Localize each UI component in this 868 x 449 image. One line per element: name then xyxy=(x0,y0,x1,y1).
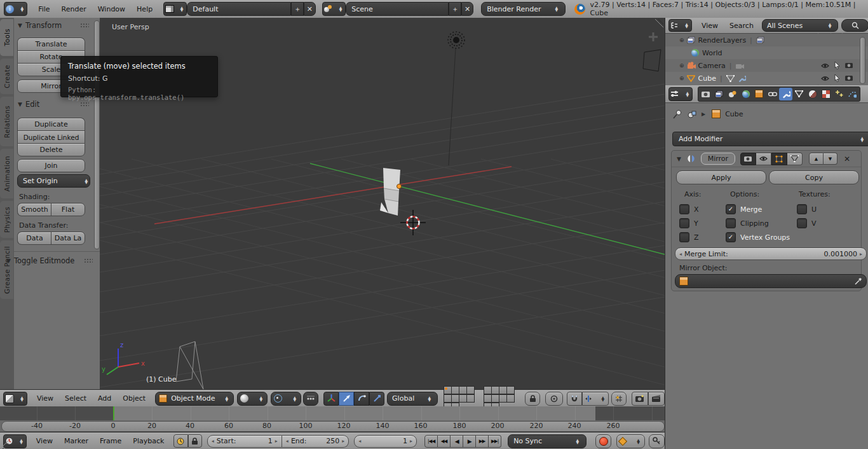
panel-drag-handle[interactable] xyxy=(81,102,89,107)
duplicate-button[interactable]: Duplicate xyxy=(17,118,85,130)
camera-data-icon[interactable] xyxy=(735,61,744,70)
menu-search[interactable]: Search xyxy=(724,22,759,30)
outliner-row-camera[interactable]: ⊕ Camera | xyxy=(665,59,868,72)
increment-arrow-icon[interactable]: ▸ xyxy=(275,438,278,444)
properties-tab-object[interactable] xyxy=(752,88,766,100)
menu-frame[interactable]: Frame xyxy=(94,437,127,445)
shelf-tab-grease-pencil[interactable]: Grease Pencil xyxy=(0,240,13,299)
properties-tab-object-data[interactable] xyxy=(792,88,806,100)
delete-screen-layout-button[interactable]: ✕ xyxy=(304,2,316,16)
outliner-row-world[interactable]: World xyxy=(665,46,868,59)
checkbox-merge[interactable]: Merge xyxy=(726,204,762,214)
menu-help[interactable]: Help xyxy=(131,5,158,13)
renderlayer-data-icon[interactable] xyxy=(756,36,765,45)
pivot-point-select[interactable] xyxy=(271,392,301,406)
decrement-arrow-icon[interactable]: ◂ xyxy=(679,251,682,257)
snap-element-select[interactable] xyxy=(582,392,609,406)
menu-playback[interactable]: Playback xyxy=(127,437,170,445)
next-keyframe-button[interactable]: ▶▶ xyxy=(476,435,489,448)
rotate-manipulator-toggle[interactable] xyxy=(354,392,369,406)
screen-layout-name-field[interactable]: Default xyxy=(187,2,291,16)
visibility-eye-icon[interactable] xyxy=(820,61,829,70)
play-button[interactable]: ▶ xyxy=(463,435,476,448)
prev-keyframe-button[interactable]: ◀◀ xyxy=(438,435,451,448)
menu-file[interactable]: File xyxy=(32,5,55,13)
pivot-align-toggle[interactable] xyxy=(303,392,318,406)
snap-toggle[interactable] xyxy=(567,392,582,406)
selectability-cursor-icon[interactable] xyxy=(832,61,841,70)
tool-shelf-scrollbar[interactable] xyxy=(94,20,100,249)
shelf-tab-create[interactable]: Create xyxy=(0,59,13,94)
eyedropper-icon[interactable] xyxy=(854,277,862,286)
properties-tab-material[interactable] xyxy=(806,88,819,100)
jump-to-end-button[interactable]: ▶▶| xyxy=(489,435,501,448)
layer-cell[interactable] xyxy=(466,394,475,403)
copy-modifier-button[interactable]: Copy xyxy=(769,170,859,184)
menu-select[interactable]: Select xyxy=(59,394,92,403)
shelf-tab-tools[interactable]: Tools xyxy=(0,19,13,56)
delete-button[interactable]: Delete xyxy=(17,143,85,156)
editor-type-properties-button[interactable] xyxy=(668,87,693,101)
data-transfer-layout-button[interactable]: Data La xyxy=(51,231,85,245)
use-preview-range-toggle[interactable] xyxy=(173,434,187,448)
checkbox-box[interactable] xyxy=(679,218,689,228)
shelf-tab-relations[interactable]: Relations xyxy=(0,97,13,146)
layer-cell[interactable] xyxy=(506,394,515,403)
menu-marker[interactable]: Marker xyxy=(58,437,94,445)
modifier-name-field[interactable]: Mirror xyxy=(701,153,735,165)
play-reverse-button[interactable]: ◀ xyxy=(451,435,463,448)
modifier-realtime-toggle[interactable] xyxy=(756,153,771,165)
properties-tab-world[interactable] xyxy=(739,88,752,100)
decrement-arrow-icon[interactable]: ◂ xyxy=(286,438,288,444)
auto-keyframe-record-button[interactable] xyxy=(595,434,611,448)
menu-render[interactable]: Render xyxy=(56,5,92,13)
outliner-item-label[interactable]: Camera xyxy=(698,62,726,70)
duplicate-linked-button[interactable]: Duplicate Linked xyxy=(17,130,85,143)
expand-icon[interactable]: ⊕ xyxy=(679,62,684,69)
add-screen-layout-button[interactable]: ＋ xyxy=(291,2,304,16)
lock-to-scene-toggle[interactable] xyxy=(525,392,540,406)
decrement-arrow-icon[interactable]: ◂ xyxy=(358,438,361,444)
layer-cell[interactable] xyxy=(506,386,515,394)
properties-tab-constraints[interactable] xyxy=(766,88,779,100)
modifier-wrench-icon[interactable] xyxy=(738,74,747,83)
timeline-scrub-area[interactable] xyxy=(0,406,665,420)
outliner-item-label[interactable]: World xyxy=(702,49,722,57)
manipulator-toggle[interactable] xyxy=(323,392,339,406)
editor-type-outliner-button[interactable] xyxy=(668,19,692,32)
merge-limit-field[interactable]: ◂ Merge Limit: 0.001000 ▸ xyxy=(675,247,867,260)
transform-orientation-select[interactable]: Global xyxy=(387,392,438,406)
menu-view[interactable]: View xyxy=(31,394,59,403)
display-filter-select[interactable]: All Scenes xyxy=(762,19,839,32)
expand-icon[interactable]: ⊕ xyxy=(679,37,684,43)
increment-arrow-icon[interactable]: ▸ xyxy=(860,251,862,257)
timeline-h-scrollbar[interactable] xyxy=(1,421,665,432)
opengl-render-button[interactable] xyxy=(632,392,648,406)
transform-panel-header[interactable]: ▼ Transform xyxy=(18,20,92,31)
outliner-scrollbar[interactable] xyxy=(860,37,865,84)
renderability-camera-icon[interactable] xyxy=(844,74,853,83)
outliner-item-label[interactable]: Cube xyxy=(698,74,716,83)
outliner-row-renderlayers[interactable]: ⊕ RenderLayers | xyxy=(665,34,868,46)
checkbox-box[interactable] xyxy=(797,204,807,214)
keying-set-select[interactable] xyxy=(616,434,645,448)
screen-layout-browse-button[interactable] xyxy=(163,2,187,16)
outliner-item-label[interactable]: RenderLayers xyxy=(698,36,747,45)
delete-scene-button[interactable]: ✕ xyxy=(461,2,474,16)
scale-manipulator-toggle[interactable] xyxy=(369,392,384,406)
current-frame-field[interactable]: ◂ 1 ▸ xyxy=(354,435,417,448)
scene-name-field[interactable]: Scene xyxy=(346,2,449,16)
render-engine-select[interactable]: Blender Render xyxy=(481,2,566,16)
join-button[interactable]: Join xyxy=(17,159,85,172)
renderability-camera-icon[interactable] xyxy=(844,61,853,70)
insert-keyframe-button[interactable] xyxy=(649,434,665,448)
data-transfer-data-button[interactable]: Data xyxy=(17,231,51,245)
modifier-editmode-toggle[interactable] xyxy=(771,153,787,165)
move-modifier-up-button[interactable]: ▲ xyxy=(809,153,824,165)
add-scene-button[interactable]: ＋ xyxy=(449,2,461,16)
checkbox-box[interactable] xyxy=(726,204,736,214)
editor-type-3dview-button[interactable] xyxy=(3,392,27,406)
move-modifier-down-button[interactable]: ▼ xyxy=(824,153,837,165)
properties-tab-scene[interactable] xyxy=(726,88,739,100)
start-frame-field[interactable]: ◂ Start: 1 ▸ xyxy=(207,435,282,448)
